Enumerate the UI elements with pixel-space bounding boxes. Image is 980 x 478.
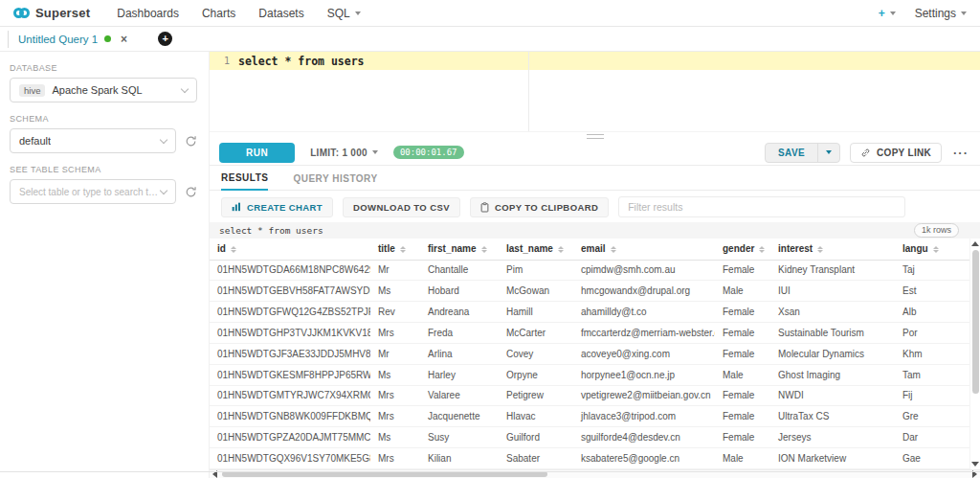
results-table-body: 01HN5WDTGDA66M18NPC8W6429WMrChantallePim… xyxy=(210,260,969,469)
database-label: DATABASE xyxy=(10,63,197,73)
nav-item-charts[interactable]: Charts xyxy=(202,7,235,20)
column-label: last_name xyxy=(506,243,553,254)
save-label: SAVE xyxy=(766,148,817,158)
table-cell: Petigrew xyxy=(499,385,573,406)
column-label: gender xyxy=(723,243,754,254)
save-button[interactable]: SAVE xyxy=(765,143,840,163)
table-cell: Hamill xyxy=(499,302,573,323)
create-chart-button[interactable]: CREATE CHART xyxy=(221,197,333,217)
chevron-down-icon xyxy=(160,187,167,194)
table-cell: Hlavac xyxy=(499,406,573,427)
settings-menu[interactable]: Settings xyxy=(915,7,967,20)
more-options-button[interactable]: ··· xyxy=(951,146,970,160)
column-header-gender[interactable]: gender xyxy=(715,239,770,260)
sort-icon[interactable] xyxy=(759,246,765,254)
table-cell: vpetigrewe2@miitbeian.gov.cn xyxy=(573,385,715,406)
scroll-up-icon[interactable] xyxy=(971,241,979,246)
copy-clipboard-button[interactable]: COPY TO CLIPBOARD xyxy=(470,197,609,217)
chevron-down-icon xyxy=(372,150,378,154)
table-cell: Dar xyxy=(895,427,969,448)
schema-select[interactable]: default xyxy=(10,128,176,153)
table-cell: Tam xyxy=(895,364,969,385)
table-cell: sguilforde4@desdev.cn xyxy=(573,427,715,448)
table-cell: Male xyxy=(715,281,770,302)
sql-text: select * from users xyxy=(238,55,365,68)
table-cell: Jacquenette xyxy=(420,406,499,427)
table-cell: Susy xyxy=(420,427,499,448)
table-row: 01HN5WDTGHP3TVJJKM1KVKV18XMrsFredaMcCart… xyxy=(210,323,969,344)
new-item-menu[interactable]: + xyxy=(879,7,896,20)
column-header-last_name[interactable]: last_name xyxy=(499,239,573,260)
column-header-email[interactable]: email xyxy=(573,239,715,260)
tab-untitled-query[interactable]: Untitled Query 1 × xyxy=(8,31,137,48)
table-row: 01HN5WDTGJF3AE33JDDJ5MHV82MrArlinaCoveya… xyxy=(210,343,969,364)
limit-dropdown[interactable]: LIMIT: 1 000 xyxy=(310,148,378,158)
download-csv-button[interactable]: DOWNLOAD TO CSV xyxy=(343,197,460,217)
table-cell: Khm xyxy=(895,343,969,364)
table-select[interactable]: Select table or type to search tables xyxy=(10,179,176,204)
refresh-tables-icon[interactable] xyxy=(185,186,197,198)
table-cell: Harley xyxy=(420,364,499,385)
tab-query-history[interactable]: QUERY HISTORY xyxy=(293,173,377,190)
filter-results-input[interactable] xyxy=(618,196,905,217)
editor-resize-handle[interactable] xyxy=(210,132,980,140)
table-cell: Ghost Imaging xyxy=(770,364,895,385)
refresh-schema-icon[interactable] xyxy=(185,135,197,148)
vertical-scrollbar[interactable] xyxy=(969,239,980,469)
superset-logo[interactable]: Superset xyxy=(13,6,90,20)
table-cell: Mrs xyxy=(370,385,420,406)
table-cell: Valaree xyxy=(420,385,499,406)
column-label: email xyxy=(581,243,606,254)
column-label: langu xyxy=(902,243,928,254)
scroll-down-icon[interactable] xyxy=(971,462,979,467)
table-schema-label: SEE TABLE SCHEMA xyxy=(10,165,197,174)
database-select[interactable]: hive Apache Spark SQL xyxy=(10,78,197,102)
save-options-caret[interactable] xyxy=(818,144,839,162)
sort-icon[interactable] xyxy=(611,246,616,254)
sort-icon[interactable] xyxy=(400,246,406,254)
sort-icon[interactable] xyxy=(231,246,236,254)
table-cell: Chantalle xyxy=(420,260,499,281)
close-tab-icon[interactable]: × xyxy=(121,34,127,45)
sort-icon[interactable] xyxy=(817,246,823,254)
table-cell: Female xyxy=(715,260,770,281)
table-row: 01HN5WDTGNB8WK009FFDKBMQM1MrsJacquenette… xyxy=(210,406,969,427)
chevron-down-icon xyxy=(355,11,361,15)
create-chart-label: CREATE CHART xyxy=(247,202,323,213)
clipboard-icon xyxy=(480,202,489,213)
tab-results[interactable]: RESULTS xyxy=(221,172,268,191)
sort-icon[interactable] xyxy=(481,246,487,254)
chevron-down-icon xyxy=(160,136,167,144)
table-cell: UltraTax CS xyxy=(770,406,895,427)
settings-label: Settings xyxy=(915,7,956,20)
table-cell: Female xyxy=(715,385,770,406)
vertical-scroll-thumb[interactable] xyxy=(972,250,979,394)
results-table: idtitlefirst_namelast_nameemailgenderint… xyxy=(210,239,969,469)
nav-item-dashboards[interactable]: Dashboards xyxy=(117,7,179,20)
nav-item-sql[interactable]: SQL xyxy=(327,7,361,20)
table-cell: Male xyxy=(715,364,770,385)
database-value: Apache Spark SQL xyxy=(52,84,142,96)
sort-icon[interactable] xyxy=(558,246,564,254)
table-cell: Female xyxy=(715,406,770,427)
copy-link-button[interactable]: COPY LINK xyxy=(850,143,942,163)
results-table-header: idtitlefirst_namelast_nameemailgenderint… xyxy=(210,239,969,260)
executed-query-text: select * from users xyxy=(219,225,323,236)
sql-editor[interactable]: 1 select * from users xyxy=(210,52,980,132)
download-csv-label: DOWNLOAD TO CSV xyxy=(353,202,450,213)
column-header-id[interactable]: id xyxy=(210,239,370,260)
column-header-first_name[interactable]: first_name xyxy=(420,239,499,260)
nav-item-datasets[interactable]: Datasets xyxy=(258,7,303,20)
table-cell: Male xyxy=(715,448,770,469)
run-button[interactable]: RUN xyxy=(219,143,295,163)
column-header-langu[interactable]: langu xyxy=(895,239,969,260)
sort-icon[interactable] xyxy=(933,246,939,254)
table-cell: 01HN5WDTGFWQ12G4ZBS52TPJRQ xyxy=(210,302,370,323)
table-cell: Pim xyxy=(499,260,573,281)
column-header-title[interactable]: title xyxy=(370,239,420,260)
database-engine-badge: hive xyxy=(19,84,45,97)
table-cell: 01HN5WDTGKESMF8HPPJP65RWEQ xyxy=(210,364,370,385)
add-tab-button[interactable]: + xyxy=(158,32,172,46)
column-header-interest[interactable]: interest xyxy=(770,239,895,260)
editor-active-line: 1 select * from users xyxy=(210,52,980,70)
